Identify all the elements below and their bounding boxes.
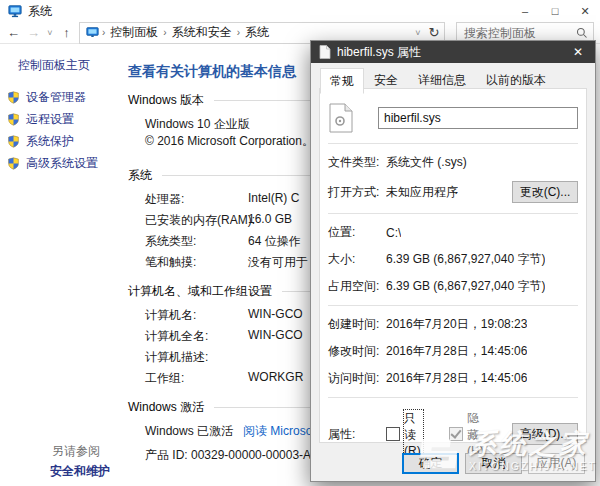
sidebar-item-label: 高级系统设置 xyxy=(26,155,98,172)
section-title: 系统 xyxy=(128,167,152,184)
breadcrumb-system-icon xyxy=(86,26,99,39)
divider xyxy=(328,397,578,398)
filename-input[interactable] xyxy=(378,107,578,129)
search-icon xyxy=(576,27,588,39)
search-input[interactable] xyxy=(462,25,576,41)
tab-general[interactable]: 常规 xyxy=(320,68,364,94)
tab-security[interactable]: 安全 xyxy=(364,67,408,93)
minimize-button[interactable]: – xyxy=(510,0,540,22)
recent-pages-chevron-icon[interactable]: ˅ xyxy=(46,28,54,38)
sidebar-item-remote-settings[interactable]: 远程设置 xyxy=(0,111,120,128)
up-icon[interactable]: ↑ xyxy=(59,26,74,39)
breadcrumb-system-security[interactable]: 系统和安全 xyxy=(168,24,236,41)
sidebar-item-device-manager[interactable]: 设备管理器 xyxy=(0,89,120,106)
checkbox-unchecked[interactable] xyxy=(386,427,400,441)
row-size-on-disk: 占用空间: 6.39 GB (6,867,927,040 字节) xyxy=(328,278,578,295)
sidebar-item-label: 系统保护 xyxy=(26,133,74,150)
properties-dialog: hiberfil.sys 属性 ✕ 常规 安全 详细信息 以前的版本 文件类型:… xyxy=(310,40,596,482)
change-button[interactable]: 更改(C)... xyxy=(512,181,578,203)
sidebar-item-label: 设备管理器 xyxy=(26,89,86,106)
advanced-button[interactable]: 高级(D)... xyxy=(512,423,578,445)
divider xyxy=(328,305,578,306)
divider xyxy=(328,213,578,214)
tab-details[interactable]: 详细信息 xyxy=(408,67,476,93)
cancel-button[interactable]: 取消 xyxy=(465,453,522,474)
row-location: 位置: C:\ xyxy=(328,224,578,241)
dialog-close-icon[interactable]: ✕ xyxy=(561,41,595,63)
general-tab-page: 文件类型: 系统文件 (.sys) 打开方式: 未知应用程序 更改(C)... … xyxy=(319,88,587,443)
uac-shield-icon xyxy=(7,113,20,126)
ok-button[interactable]: 确定 xyxy=(402,453,459,474)
row-accessed: 访问时间: 2016年7月28日，14:45:06 xyxy=(328,370,578,387)
refresh-icon[interactable]: ↻ xyxy=(426,25,442,40)
system-app-icon xyxy=(8,4,22,18)
maximize-button[interactable]: □ xyxy=(540,0,570,22)
address-dropdown-chevron-icon[interactable]: ˅ xyxy=(414,28,422,38)
row-open-with: 打开方式: 未知应用程序 更改(C)... xyxy=(328,181,578,203)
uac-shield-icon xyxy=(7,135,20,148)
window-titlebar: 系统 – □ ✕ xyxy=(0,0,600,22)
row-file-type: 文件类型: 系统文件 (.sys) xyxy=(328,154,578,171)
activation-status: Windows 已激活 xyxy=(145,424,233,438)
back-icon[interactable]: ← xyxy=(6,26,21,39)
row-size: 大小: 6.39 GB (6,867,927,040 字节) xyxy=(328,251,578,268)
uac-shield-icon xyxy=(7,157,20,170)
apply-button[interactable]: 应用(A) xyxy=(528,453,585,474)
sidebar-item-security-maintenance[interactable]: 安全和维护 xyxy=(50,463,110,480)
row-created: 创建时间: 2016年7月20日，19:08:23 xyxy=(328,316,578,333)
system-file-icon xyxy=(328,103,354,133)
sidebar-item-system-protection[interactable]: 系统保护 xyxy=(0,133,120,150)
sidebar-item-advanced-system-settings[interactable]: 高级系统设置 xyxy=(0,155,120,172)
window-title: 系统 xyxy=(28,3,52,20)
forward-icon[interactable]: → xyxy=(26,26,41,39)
checkbox-checked-disabled[interactable] xyxy=(449,427,463,441)
sidebar-item-control-panel-home[interactable]: 控制面板主页 xyxy=(0,57,120,74)
uac-shield-icon xyxy=(7,91,20,104)
dialog-title: hiberfil.sys 属性 xyxy=(337,44,421,61)
breadcrumb-control-panel[interactable]: 控制面板 xyxy=(106,24,162,41)
check-icon xyxy=(450,427,461,439)
divider xyxy=(328,143,578,144)
tab-previous-versions[interactable]: 以前的版本 xyxy=(476,67,556,93)
row-modified: 修改时间: 2016年7月28日，14:45:06 xyxy=(328,343,578,360)
file-icon xyxy=(319,45,331,59)
dialog-footer: 确定 取消 应用(A) xyxy=(311,445,595,481)
see-also-heading: 另请参阅 xyxy=(52,443,100,460)
dialog-titlebar: hiberfil.sys 属性 ✕ xyxy=(311,41,595,63)
sidebar: 控制面板主页 设备管理器 远程设置 系统保护 xyxy=(0,45,120,486)
breadcrumb-system[interactable]: 系统 xyxy=(241,24,273,41)
close-button[interactable]: ✕ xyxy=(570,0,600,22)
sidebar-item-label: 远程设置 xyxy=(26,111,74,128)
section-title: Windows 激活 xyxy=(128,399,204,416)
dialog-tabs: 常规 安全 详细信息 以前的版本 xyxy=(320,67,556,93)
section-title: 计算机名、域和工作组设置 xyxy=(128,283,272,300)
section-title: Windows 版本 xyxy=(128,92,204,109)
